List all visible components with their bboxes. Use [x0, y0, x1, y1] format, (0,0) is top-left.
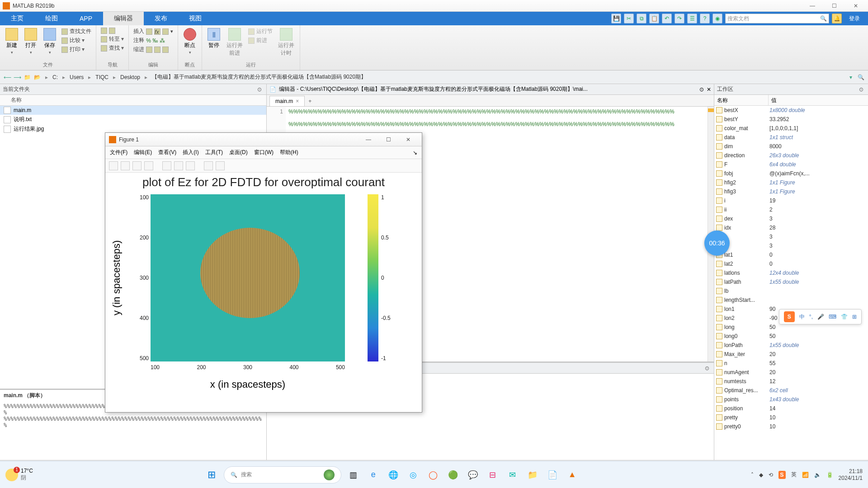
run-section-button[interactable]: 运行节: [247, 27, 274, 36]
file-item[interactable]: 说明.txt: [0, 115, 266, 124]
figure-menu-view[interactable]: 查看(V): [158, 149, 176, 156]
tab-app[interactable]: APP: [69, 12, 103, 25]
notepad-icon[interactable]: 📄: [545, 467, 560, 483]
new-button[interactable]: 新建▾: [4, 27, 20, 56]
folder-up-icon[interactable]: 📁: [24, 74, 31, 81]
workspace-row[interactable]: latPath1x55 double: [714, 277, 868, 286]
ime-punct-icon[interactable]: °,: [809, 314, 813, 320]
run-advance-button[interactable]: 运行并 前进: [225, 27, 245, 58]
editor-tab[interactable]: main.m×: [269, 96, 305, 106]
tray-sync-icon[interactable]: ⟲: [769, 472, 773, 478]
undo-icon[interactable]: ↶: [662, 14, 672, 23]
redo-icon[interactable]: ↷: [675, 14, 684, 23]
pointer-icon[interactable]: [204, 161, 213, 170]
favorites-icon[interactable]: ☰: [687, 14, 697, 23]
start-button[interactable]: ⊞: [204, 467, 219, 483]
ws-col-value[interactable]: 值: [769, 95, 868, 105]
ime-toolbox-icon[interactable]: ⊞: [852, 314, 857, 320]
minimize-button[interactable]: —: [806, 3, 819, 9]
opera-icon[interactable]: ◯: [425, 467, 441, 483]
ime-keyboard-icon[interactable]: ⌨: [829, 314, 836, 320]
tab-close-icon[interactable]: ×: [296, 98, 299, 104]
link-icon[interactable]: [174, 161, 183, 170]
crumb[interactable]: C:: [52, 74, 58, 80]
edit-plot-icon[interactable]: [162, 161, 171, 170]
print-fig-icon[interactable]: [144, 161, 153, 170]
folder-icon[interactable]: 📂: [33, 74, 41, 81]
ime-skin-icon[interactable]: 👕: [841, 314, 848, 320]
crumb[interactable]: TIQC: [95, 74, 108, 80]
figure-menu-window[interactable]: 窗口(W): [254, 149, 274, 156]
compare-button[interactable]: 比较: [61, 36, 92, 45]
tray-volume-icon[interactable]: 🔈: [814, 472, 821, 478]
workspace-row[interactable]: hfig31x1 Figure: [714, 187, 868, 196]
matlab-taskbar-icon[interactable]: ▲: [565, 467, 580, 483]
workspace-row[interactable]: numAgent20: [714, 368, 868, 377]
figure-axes[interactable]: plot of Ez for 2D FDTD for overoptimal c…: [105, 173, 422, 412]
workspace-row[interactable]: points1x43 double: [714, 395, 868, 404]
workspace-row[interactable]: j3: [714, 232, 868, 241]
tab-home[interactable]: 主页: [0, 12, 34, 25]
figure-close-button[interactable]: ✕: [398, 136, 418, 143]
figure-menu-desktop[interactable]: 桌面(D): [229, 149, 248, 156]
col-name[interactable]: 名称: [11, 96, 22, 104]
ie-icon[interactable]: e: [366, 467, 381, 483]
breakpoints-button[interactable]: 断点▾: [182, 27, 198, 56]
tab-plot[interactable]: 绘图: [34, 12, 69, 25]
workspace-row[interactable]: ii2: [714, 205, 868, 214]
figure-window[interactable]: Figure 1 — ☐ ✕ 文件(F) 编辑(E) 查看(V) 插入(I) 工…: [105, 132, 422, 413]
indent-button[interactable]: 缩进: [132, 45, 174, 54]
file-item[interactable]: main.m: [0, 106, 266, 115]
panel-menu-icon[interactable]: ⊙: [699, 86, 704, 93]
save-fig-icon[interactable]: [132, 161, 142, 170]
properties-icon[interactable]: [216, 161, 225, 170]
workspace-row[interactable]: pretty010: [714, 422, 868, 431]
workspace-row[interactable]: lb: [714, 286, 868, 296]
community-icon[interactable]: ◉: [712, 14, 722, 23]
workspace-row[interactable]: lengthStart...: [714, 296, 868, 305]
comment-button[interactable]: 注释 % ‰ ⁂: [132, 36, 174, 45]
find-button[interactable]: 查找: [100, 44, 125, 52]
figure-menu-file[interactable]: 文件(F): [110, 149, 127, 156]
workspace-row[interactable]: long050: [714, 332, 868, 341]
pause-button[interactable]: ||暂停: [206, 27, 222, 50]
insert-colorbar-icon[interactable]: [186, 161, 195, 170]
copy-icon[interactable]: ⧉: [637, 14, 646, 23]
open-fig-icon[interactable]: [121, 161, 130, 170]
workspace-row[interactable]: idx28: [714, 223, 868, 232]
tray-chevron-icon[interactable]: ˄: [751, 472, 754, 478]
tab-publish[interactable]: 发布: [144, 12, 178, 25]
paste-icon[interactable]: 📋: [649, 14, 659, 23]
wechat-icon[interactable]: 💬: [465, 467, 481, 483]
workspace-row[interactable]: data1x1 struct: [714, 133, 868, 142]
new-fig-icon[interactable]: [109, 161, 118, 170]
workspace-row[interactable]: k3: [714, 241, 868, 250]
app-icon[interactable]: ⊟: [485, 467, 500, 483]
nav-fwd-icon[interactable]: ⟶: [14, 74, 21, 81]
workspace-row[interactable]: n55: [714, 359, 868, 368]
figure-menu-edit[interactable]: 编辑(E): [134, 149, 152, 156]
run-time-button[interactable]: 运行并 计时: [276, 27, 296, 58]
taskbar-search[interactable]: 🔍搜索: [224, 466, 341, 483]
notification-icon[interactable]: 🔔: [832, 14, 842, 23]
ime-voice-icon[interactable]: 🎤: [817, 314, 824, 320]
tray-battery-icon[interactable]: 🔋: [826, 472, 833, 478]
panel-menu-icon[interactable]: ⊙: [857, 86, 865, 93]
browser-icon[interactable]: ◎: [406, 467, 421, 483]
ws-col-name[interactable]: 名称: [714, 95, 769, 105]
edge-icon[interactable]: 🌐: [386, 467, 401, 483]
print-button[interactable]: 打印: [61, 45, 92, 54]
ime-toolbar[interactable]: S 中 °, 🎤 ⌨ 👕 ⊞: [779, 309, 862, 324]
tray-clock[interactable]: 21:18 2024/11/1: [839, 468, 863, 481]
panel-menu-icon[interactable]: ⊙: [703, 365, 711, 371]
tray-app-icon[interactable]: ◆: [759, 472, 763, 478]
nav-back-icon[interactable]: ⟵: [4, 74, 11, 81]
workspace-row[interactable]: F6x4 double: [714, 160, 868, 169]
tab-editor[interactable]: 编辑器: [103, 12, 144, 25]
tray-wifi-icon[interactable]: 📶: [802, 472, 809, 478]
findfiles-button[interactable]: 查找文件: [61, 27, 92, 36]
addr-dropdown-icon[interactable]: ▾: [847, 74, 854, 81]
advance-button[interactable]: 前进: [247, 36, 274, 45]
figure-minimize-button[interactable]: —: [359, 136, 378, 143]
figure-menu-help[interactable]: 帮助(H): [280, 149, 298, 156]
